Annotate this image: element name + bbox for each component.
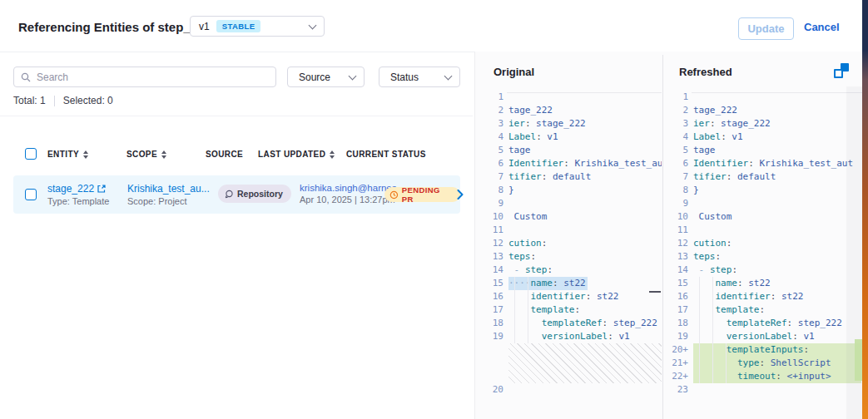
hidden-lines-placeholder [508,343,662,383]
cancel-button[interactable]: Cancel [804,21,840,33]
code-line: 15 name: st22 [667,277,861,290]
source-filter-label: Source [299,71,330,83]
repository-icon [225,190,234,199]
status-filter[interactable]: Status [379,67,460,87]
selected-count: Selected: 0 [63,95,113,106]
code-line: 8} [475,184,662,197]
code-line: 1 [475,91,662,104]
code-line: 19 versionLabel: v1 [667,330,861,343]
code-line: 20 [475,383,662,397]
select-all-checkbox[interactable] [25,148,37,160]
sort-icon [83,150,88,159]
counts-separator [54,96,55,106]
code-line: 21+ type: ShellScript [667,357,861,370]
code-line: 10 Custom [667,210,861,224]
code-line: 18 templateRef: step_222 [475,317,662,330]
entity-cell: stage_222 Type: Template [47,183,109,206]
entity-type: Type: Template [47,196,109,206]
code-line: 9 [475,197,662,210]
page-title: Referencing Entities of step_222 [18,20,211,34]
clock-icon [389,190,399,200]
code-line: 13teps: [667,250,861,264]
copy-button[interactable] [834,63,849,78]
version-select[interactable]: v1 STABLE [190,16,325,37]
code-line: 7tifier: default [475,170,662,184]
status-badge-label: PENDING PR [402,185,454,204]
code-line: 22+ timeout: <+input> [667,370,861,383]
code-line: 13teps: [475,250,662,264]
code-line: 4Label: v1 [475,131,662,144]
entity-link[interactable]: stage_222 [47,183,94,195]
code-line: 5tage [475,144,662,157]
search-icon [21,72,31,82]
code-line: 18 templateRef: step_222 [667,317,861,330]
chevron-right-icon [457,190,464,200]
update-button[interactable]: Update [738,17,794,40]
code-line: 2tage_222 [667,104,861,117]
scope-detail: Scope: Project [127,196,207,206]
code-line: 19 versionLabel: v1 [475,330,662,343]
code-line: 4Label: v1 [667,131,861,144]
scope-link[interactable]: Krishika_test_au... [127,183,210,195]
pane-divider [662,55,663,419]
code-line: 11 [475,224,662,237]
referencing-entities-drawer: Referencing Entities of step_222 v1 STAB… [0,0,868,419]
source-filter[interactable]: Source [287,67,365,87]
code-line: 15····name: st22 [475,277,662,290]
code-line: 1 [667,91,861,104]
code-line: 14 - step: [667,264,861,277]
status-filter-label: Status [390,71,419,83]
background-page-edge [862,0,868,419]
code-line: 3ier: stage_222 [667,117,861,131]
sort-icon [330,150,335,159]
table-row[interactable]: stage_222 Type: Template Krishika_test_a… [13,175,460,214]
overview-cursor-marker [649,291,661,293]
chevron-down-icon [349,71,357,80]
source-chip: Repository [218,185,291,203]
code-line: 16 identifier: st22 [667,290,861,303]
code-line: 9 [667,197,861,210]
column-header-scope[interactable]: SCOPE [126,150,166,159]
status-badge: PENDING PR [384,187,460,202]
search-input[interactable] [37,71,269,83]
diff-panel: Original Refreshed 1 2tage_2223ier: stag… [474,52,862,419]
code-line: 23 [667,383,861,397]
original-editor[interactable]: 1 2tage_2223ier: stage_2224Label: v15tag… [475,91,662,397]
code-line: 16 identifier: st22 [475,290,662,303]
stable-badge: STABLE [216,20,261,32]
code-line: 12cution: [475,237,662,250]
sort-icon [161,150,166,159]
code-line: 14 - step: [475,264,662,277]
column-header-entity[interactable]: ENTITY [47,150,88,159]
code-line: 8} [667,184,861,197]
search-box [13,67,276,87]
code-line: 10 Custom [475,210,662,224]
filter-divider [0,116,473,116]
code-line: 6Identifier: Krishika_test_aut [475,157,662,170]
version-value: v1 [199,21,210,32]
code-line: 7tifier: default [667,170,861,184]
source-chip-label: Repository [237,189,283,199]
chevron-down-icon [309,21,317,29]
refreshed-pane-title: Refreshed [679,66,732,78]
code-line: 17 template: [667,303,861,317]
chevron-down-icon [444,71,453,80]
result-counts: Total: 1 Selected: 0 [13,95,113,106]
scope-cell: Krishika_test_au... Scope: Project [127,183,207,206]
row-expand-chevron[interactable] [453,187,468,202]
code-line: 2tage_222 [475,104,662,117]
code-line: 12cution: [667,237,861,250]
code-line: 3ier: stage_222 [475,117,662,131]
row-checkbox[interactable] [25,189,37,200]
column-header-source: SOURCE [206,150,243,159]
external-link-icon [97,185,106,193]
code-line: 11 [667,224,861,237]
code-line: 20+ templateInputs: [667,343,861,357]
refreshed-editor[interactable]: 1 2tage_2223ier: stage_2224Label: v15tag… [667,91,861,397]
code-line: 5tage [667,144,861,157]
original-pane-title: Original [494,66,534,78]
column-header-current-status: CURRENT STATUS [346,150,426,159]
total-count: Total: 1 [13,95,46,106]
column-header-last-updated[interactable]: LAST UPDATED [258,150,335,159]
code-line: 17 template: [475,303,662,317]
